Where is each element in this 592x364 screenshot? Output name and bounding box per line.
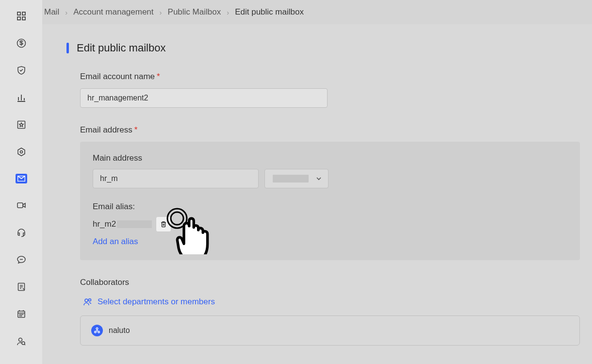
chat-icon[interactable] — [16, 254, 27, 265]
svg-rect-8 — [17, 203, 23, 208]
document-icon[interactable] — [16, 281, 27, 292]
select-members-text: Select departments or members — [98, 297, 215, 307]
trash-icon — [160, 221, 167, 228]
svg-rect-1 — [22, 12, 25, 15]
headset-icon[interactable] — [16, 227, 27, 238]
chevron-right-icon: › — [227, 8, 229, 17]
video-icon[interactable] — [16, 200, 27, 211]
main-content: Edit public mailbox Email account name* … — [42, 24, 592, 364]
grid-icon[interactable] — [16, 11, 27, 21]
breadcrumb-public-mailbox[interactable]: Public Mailbox — [168, 7, 221, 17]
alias-label: Email alias: — [93, 202, 567, 212]
add-alias-link[interactable]: Add an alias — [93, 237, 567, 247]
org-icon — [94, 327, 100, 334]
people-icon — [83, 297, 93, 307]
svg-point-6 — [20, 151, 22, 153]
breadcrumb-mail[interactable]: Mail — [44, 7, 59, 17]
chevron-down-icon — [315, 175, 322, 182]
page-title: Edit public mailbox — [77, 42, 165, 54]
breadcrumb: Mail › Account management › Public Mailb… — [42, 0, 592, 24]
alias-domain-redacted — [117, 220, 152, 228]
shield-icon[interactable] — [16, 65, 27, 76]
collaborator-avatar — [91, 325, 103, 336]
select-members-link[interactable]: Select departments or members — [83, 297, 573, 307]
title-accent-bar — [66, 43, 69, 53]
chevron-right-icon: › — [65, 8, 67, 17]
svg-rect-3 — [22, 17, 25, 20]
breadcrumb-current: Edit public mailbox — [235, 7, 304, 17]
sidebar-nav — [0, 0, 42, 364]
required-indicator: * — [134, 125, 138, 134]
email-address-group: Email address* — [80, 125, 573, 135]
alias-row: hr_m2 — [93, 216, 567, 232]
svg-point-17 — [22, 342, 25, 345]
delete-alias-button[interactable] — [156, 216, 171, 232]
account-name-input[interactable] — [80, 88, 328, 108]
hexagon-icon[interactable] — [16, 147, 27, 157]
chevron-right-icon: › — [160, 8, 162, 17]
collaborators-label: Collaborators — [80, 278, 573, 287]
email-address-panel: Main address Email alias: hr_m2 Add an a… — [80, 142, 580, 260]
email-address-label: Email address* — [80, 125, 573, 135]
svg-point-16 — [18, 338, 22, 342]
svg-point-13 — [22, 314, 23, 315]
collaborator-item: naluto — [80, 315, 580, 346]
mail-icon[interactable] — [16, 174, 27, 183]
bar-chart-icon[interactable] — [16, 92, 27, 103]
page-title-row: Edit public mailbox — [66, 42, 573, 54]
main-address-row — [93, 169, 567, 188]
svg-point-12 — [21, 314, 21, 315]
domain-select[interactable] — [264, 169, 329, 188]
svg-rect-2 — [17, 17, 20, 20]
svg-point-19 — [89, 299, 91, 301]
required-indicator: * — [157, 72, 160, 81]
calendar-icon[interactable] — [16, 309, 27, 319]
star-box-icon[interactable] — [16, 119, 27, 130]
svg-rect-0 — [17, 12, 20, 15]
alias-value: hr_m2 — [93, 219, 116, 229]
account-name-label: Email account name* — [80, 72, 573, 82]
breadcrumb-account-management[interactable]: Account management — [73, 7, 153, 17]
main-address-label: Main address — [93, 153, 567, 163]
svg-point-15 — [21, 316, 21, 316]
svg-point-14 — [19, 316, 20, 316]
collaborator-name: naluto — [109, 326, 130, 335]
user-search-icon[interactable] — [16, 336, 27, 347]
dollar-icon[interactable] — [16, 38, 27, 49]
svg-point-18 — [85, 299, 88, 302]
svg-point-11 — [19, 314, 20, 315]
svg-point-20 — [96, 328, 98, 330]
main-address-input[interactable] — [93, 169, 259, 188]
domain-redacted — [273, 175, 309, 182]
account-name-group: Email account name* — [80, 72, 573, 108]
